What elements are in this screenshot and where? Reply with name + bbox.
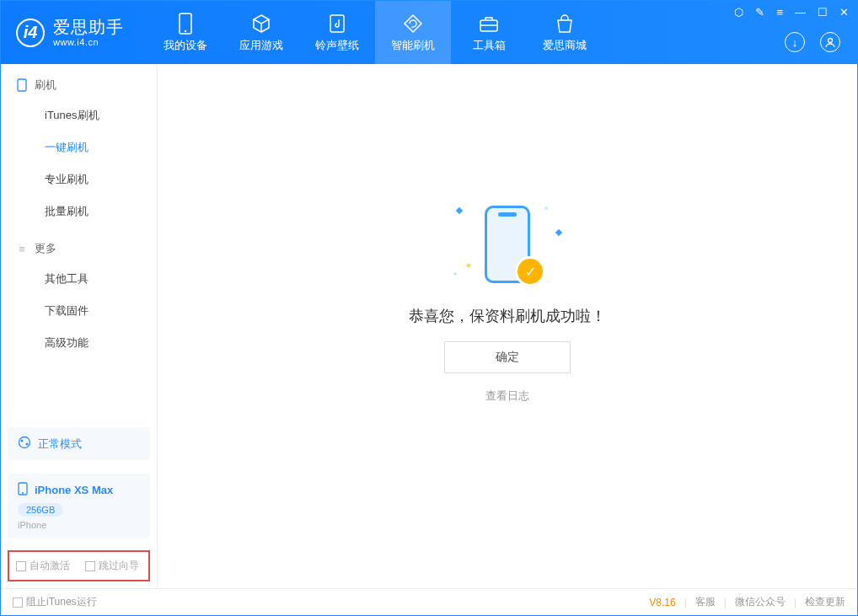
nav-label: 智能刷机 xyxy=(391,38,435,53)
maximize-button[interactable]: ☐ xyxy=(818,6,828,19)
success-message: 恭喜您，保资料刷机成功啦！ xyxy=(409,306,606,326)
download-icon[interactable]: ↓ xyxy=(785,32,805,52)
app-url: www.i4.cn xyxy=(53,37,124,48)
nav-apps-games[interactable]: 应用游戏 xyxy=(223,1,299,64)
nav-label: 我的设备 xyxy=(164,38,207,53)
sidebar-group-more: ≡ 更多 xyxy=(1,228,157,263)
footer-link-wechat[interactable]: 微信公众号 xyxy=(735,595,786,609)
logo-icon: i4 xyxy=(16,19,45,47)
svg-point-7 xyxy=(19,437,30,448)
check-badge-icon: ✓ xyxy=(517,259,543,284)
sidebar-item-pro-flash[interactable]: 专业刷机 xyxy=(1,163,157,196)
nav-label: 铃声壁纸 xyxy=(315,38,359,53)
device-capacity: 256GB xyxy=(18,503,63,517)
feedback-icon[interactable]: ✎ xyxy=(755,6,764,19)
sidebar-item-itunes-flash[interactable]: iTunes刷机 xyxy=(1,99,157,131)
device-type: iPhone xyxy=(18,520,140,530)
sidebar-item-other-tools[interactable]: 其他工具 xyxy=(1,263,157,295)
mode-icon xyxy=(18,436,31,452)
svg-point-8 xyxy=(21,440,24,442)
theme-icon[interactable]: ⬡ xyxy=(734,6,743,19)
nav-toolbox[interactable]: 工具箱 xyxy=(451,1,527,64)
group-title: 更多 xyxy=(35,241,56,256)
bag-icon xyxy=(554,13,576,35)
svg-point-11 xyxy=(22,492,24,494)
sidebar: 刷机 iTunes刷机 一键刷机 专业刷机 批量刷机 ≡ 更多 其他工具 下载固… xyxy=(1,64,158,588)
sidebar-group-flash: 刷机 xyxy=(1,64,157,99)
app-name: 爱思助手 xyxy=(53,18,124,37)
nav-my-device[interactable]: 我的设备 xyxy=(147,1,223,64)
minimize-button[interactable]: — xyxy=(795,6,806,19)
sidebar-item-batch-flash[interactable]: 批量刷机 xyxy=(1,196,157,228)
app-logo: i4 爱思助手 www.i4.cn xyxy=(1,1,139,64)
success-illustration: ✓ xyxy=(448,198,566,291)
nav-smart-flash[interactable]: 智能刷机 xyxy=(375,1,451,64)
svg-point-1 xyxy=(185,29,186,31)
music-icon xyxy=(326,13,348,35)
device-icon xyxy=(174,13,196,35)
group-title: 刷机 xyxy=(35,78,56,93)
skip-guide-checkbox[interactable]: 跳过向导 xyxy=(85,559,139,573)
window-controls: ⬡ ✎ ≡ — ☐ ✕ xyxy=(734,6,849,19)
cube-icon xyxy=(250,13,272,35)
nav-ringtones-wallpapers[interactable]: 铃声壁纸 xyxy=(299,1,375,64)
confirm-button[interactable]: 确定 xyxy=(444,341,571,373)
user-icon[interactable] xyxy=(820,32,840,52)
refresh-icon xyxy=(402,13,424,35)
phone-icon xyxy=(18,482,28,498)
nav-label: 爱思商城 xyxy=(543,38,587,53)
device-mode-card: 正常模式 xyxy=(8,427,150,460)
version-label: V8.16 xyxy=(649,597,675,608)
sidebar-item-oneclick-flash[interactable]: 一键刷机 xyxy=(1,131,157,163)
main-content: ✓ 恭喜您，保资料刷机成功啦！ 确定 查看日志 xyxy=(158,64,857,588)
menu-icon[interactable]: ≡ xyxy=(776,6,783,19)
footer-link-support[interactable]: 客服 xyxy=(695,595,716,609)
sidebar-item-advanced[interactable]: 高级功能 xyxy=(1,327,157,359)
toolbox-icon xyxy=(478,13,500,35)
footer-link-update[interactable]: 检查更新 xyxy=(805,595,845,609)
nav-label: 应用游戏 xyxy=(239,38,283,53)
main-nav: 我的设备 应用游戏 铃声壁纸 智能刷机 工具箱 爱思商城 xyxy=(147,1,603,64)
title-bar: i4 爱思助手 www.i4.cn 我的设备 应用游戏 铃声壁纸 智能刷机 工具… xyxy=(1,1,857,64)
auto-activate-checkbox[interactable]: 自动激活 xyxy=(16,559,70,573)
device-name: iPhone XS Max xyxy=(35,484,113,496)
svg-point-9 xyxy=(26,443,29,446)
nav-label: 工具箱 xyxy=(473,38,506,53)
flash-options-highlighted: 自动激活 跳过向导 xyxy=(8,550,150,581)
device-info-card[interactable]: iPhone XS Max 256GB iPhone xyxy=(8,474,150,538)
device-mode-text: 正常模式 xyxy=(38,437,82,452)
sidebar-item-download-firmware[interactable]: 下载固件 xyxy=(1,295,157,327)
view-log-link[interactable]: 查看日志 xyxy=(485,388,529,404)
list-icon: ≡ xyxy=(16,243,28,254)
svg-point-5 xyxy=(829,39,833,43)
block-itunes-checkbox[interactable]: 阻止iTunes运行 xyxy=(13,595,97,609)
user-controls: ↓ xyxy=(785,32,840,52)
status-bar: 阻止iTunes运行 V8.16 | 客服 | 微信公众号 | 检查更新 xyxy=(1,588,857,615)
close-button[interactable]: ✕ xyxy=(839,6,849,19)
nav-store[interactable]: 爱思商城 xyxy=(527,1,603,64)
phone-small-icon xyxy=(16,79,28,91)
svg-rect-6 xyxy=(18,79,26,91)
